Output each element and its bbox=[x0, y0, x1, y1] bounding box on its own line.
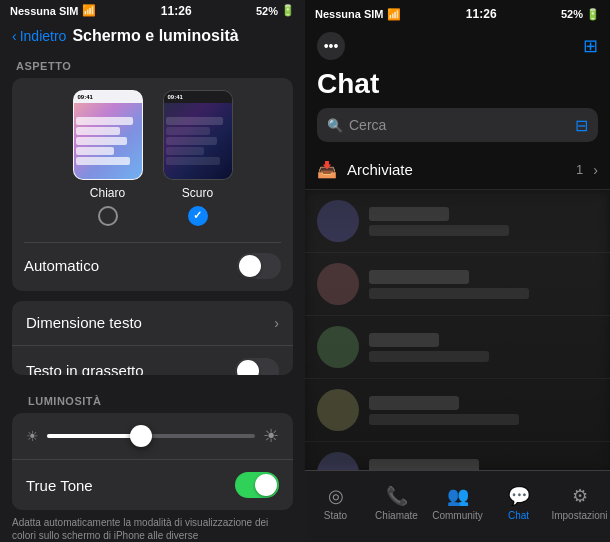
stato-icon: ◎ bbox=[328, 485, 344, 507]
archive-icon: 📥 bbox=[317, 160, 337, 179]
chiamate-icon: 📞 bbox=[386, 485, 408, 507]
carrier-text: Nessuna SIM bbox=[10, 5, 78, 17]
chevron-right-icon: › bbox=[274, 315, 279, 331]
tab-bar: ◎ Stato 📞 Chiamate 👥 Community 💬 Chat ⚙ … bbox=[305, 470, 610, 542]
tab-community-label: Community bbox=[432, 510, 483, 521]
tab-impostazioni[interactable]: ⚙ Impostazioni bbox=[549, 471, 610, 542]
settings-group: Dimensione testo › Testo in grassetto bbox=[12, 301, 293, 375]
right-nav: ••• ⊞ bbox=[305, 28, 610, 64]
auto-toggle-knob bbox=[239, 255, 261, 277]
tab-impostazioni-label: Impostazioni bbox=[551, 510, 607, 521]
brightness-track[interactable] bbox=[47, 434, 255, 438]
slider-thumb[interactable] bbox=[130, 425, 152, 447]
archived-label: Archiviate bbox=[347, 161, 566, 178]
chat-list-blur-overlay bbox=[305, 190, 610, 470]
back-button[interactable]: ‹ Indietro bbox=[12, 28, 66, 44]
search-bar[interactable]: 🔍 Cerca ⊟ bbox=[317, 108, 598, 142]
wifi-icon: 📶 bbox=[82, 4, 96, 17]
font-size-label: Dimensione testo bbox=[26, 314, 142, 331]
more-dots-icon: ••• bbox=[324, 38, 339, 54]
chat-icon: 💬 bbox=[508, 485, 530, 507]
left-status-right: 52% 🔋 bbox=[256, 4, 295, 17]
font-size-row[interactable]: Dimensione testo › bbox=[12, 301, 293, 345]
bold-text-label: Testo in grassetto bbox=[26, 362, 144, 375]
right-panel: Nessuna SIM 📶 11:26 52% 🔋 ••• ⊞ Chat 🔍 C… bbox=[305, 0, 610, 542]
tab-community[interactable]: 👥 Community bbox=[427, 471, 488, 542]
chat-list bbox=[305, 190, 610, 470]
community-icon: 👥 bbox=[447, 485, 469, 507]
appearance-section: 09:41 Chiaro bbox=[12, 78, 293, 291]
light-thumb-time: 09:41 bbox=[78, 94, 93, 100]
dark-thumb-time: 09:41 bbox=[168, 94, 183, 100]
bold-text-toggle[interactable] bbox=[235, 358, 279, 375]
back-label: Indietro bbox=[20, 28, 67, 44]
right-carrier: Nessuna SIM 📶 bbox=[315, 8, 401, 21]
tab-chiamate[interactable]: 📞 Chiamate bbox=[366, 471, 427, 542]
true-tone-row: True Tone bbox=[12, 459, 293, 510]
search-icon: 🔍 bbox=[327, 118, 343, 133]
bold-text-row[interactable]: Testo in grassetto bbox=[12, 345, 293, 375]
brightness-row: ☀ ☀ bbox=[12, 413, 293, 459]
dark-theme-thumbnail: 09:41 bbox=[163, 90, 233, 180]
description-text: Adatta automaticamente la modalità di vi… bbox=[0, 510, 305, 542]
auto-row: Automatico bbox=[24, 242, 281, 279]
dark-theme-label: Scuro bbox=[182, 186, 213, 200]
light-theme-thumbnail: 09:41 bbox=[73, 90, 143, 180]
auto-toggle[interactable] bbox=[237, 253, 281, 279]
battery-text: 52% bbox=[256, 5, 278, 17]
search-input[interactable]: Cerca bbox=[349, 117, 569, 133]
tab-stato[interactable]: ◎ Stato bbox=[305, 471, 366, 542]
right-time: 11:26 bbox=[466, 7, 497, 21]
left-status-time: 11:26 bbox=[161, 4, 192, 18]
battery-icon: 🔋 bbox=[281, 4, 295, 17]
auto-label: Automatico bbox=[24, 257, 99, 274]
right-battery-icon: 🔋 bbox=[586, 8, 600, 21]
light-theme-label: Chiaro bbox=[90, 186, 125, 200]
right-status-bar: Nessuna SIM 📶 11:26 52% 🔋 bbox=[305, 0, 610, 28]
luminosity-label: LUMINOSITÀ bbox=[12, 385, 293, 413]
brightness-group: ☀ ☀ True Tone bbox=[12, 413, 293, 510]
more-button[interactable]: ••• bbox=[317, 32, 345, 60]
true-tone-toggle[interactable] bbox=[235, 472, 279, 498]
chat-title: Chat bbox=[305, 64, 610, 108]
appearance-section-label: ASPETTO bbox=[0, 50, 305, 78]
true-tone-knob bbox=[255, 474, 277, 496]
theme-options: 09:41 Chiaro bbox=[24, 90, 281, 226]
slider-fill bbox=[47, 434, 141, 438]
tab-chat[interactable]: 💬 Chat bbox=[488, 471, 549, 542]
left-panel: Nessuna SIM 📶 11:26 52% 🔋 ‹ Indietro Sch… bbox=[0, 0, 305, 542]
filter-icon[interactable]: ⊟ bbox=[575, 116, 588, 135]
true-tone-label: True Tone bbox=[26, 477, 93, 494]
left-status-bar: Nessuna SIM 📶 11:26 52% 🔋 bbox=[0, 0, 305, 22]
theme-option-dark[interactable]: 09:41 Scuro bbox=[163, 90, 233, 226]
tab-stato-label: Stato bbox=[324, 510, 347, 521]
chevron-left-icon: ‹ bbox=[12, 28, 17, 44]
nav-title: Schermo e luminosità bbox=[72, 27, 238, 45]
tab-chiamate-label: Chiamate bbox=[375, 510, 418, 521]
sun-large-icon: ☀ bbox=[263, 425, 279, 447]
right-wifi-icon: 📶 bbox=[387, 8, 401, 21]
archived-row[interactable]: 📥 Archiviate 1 › bbox=[305, 150, 610, 190]
archived-count: 1 bbox=[576, 162, 583, 177]
archived-chevron: › bbox=[593, 162, 598, 178]
sun-small-icon: ☀ bbox=[26, 428, 39, 444]
left-status-carrier: Nessuna SIM 📶 bbox=[10, 4, 96, 17]
brightness-slider[interactable]: ☀ ☀ bbox=[26, 425, 279, 447]
dark-theme-radio[interactable] bbox=[188, 206, 208, 226]
light-theme-radio[interactable] bbox=[98, 206, 118, 226]
edit-button[interactable]: ⊞ bbox=[583, 35, 598, 57]
theme-option-light[interactable]: 09:41 Chiaro bbox=[73, 90, 143, 226]
right-battery: 52% 🔋 bbox=[561, 8, 600, 21]
tab-chat-label: Chat bbox=[508, 510, 529, 521]
bold-toggle-knob bbox=[237, 360, 259, 375]
impostazioni-icon: ⚙ bbox=[572, 485, 588, 507]
left-nav-bar: ‹ Indietro Schermo e luminosità bbox=[0, 22, 305, 50]
